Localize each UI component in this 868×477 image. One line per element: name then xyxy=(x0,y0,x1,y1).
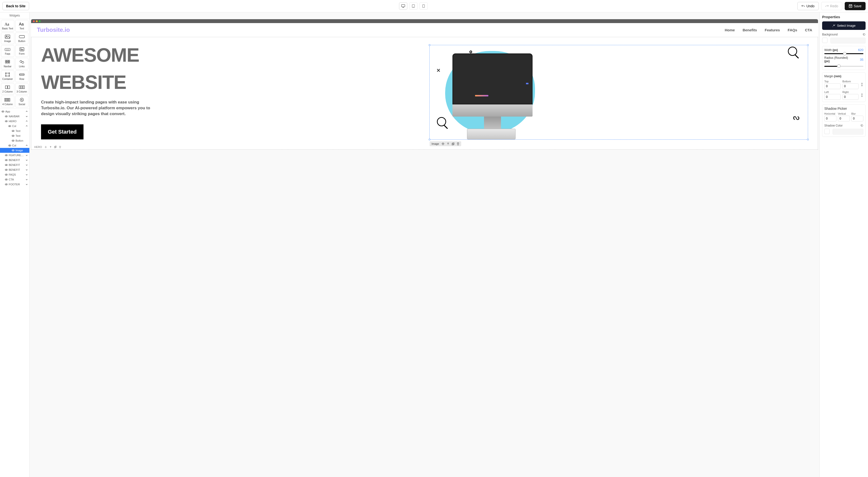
layer-row-hero[interactable]: HERO xyxy=(0,119,29,124)
move-icon[interactable] xyxy=(44,146,47,148)
hero-title-1[interactable]: AWESOME xyxy=(41,45,420,65)
nav-link-features[interactable]: Features xyxy=(765,28,780,32)
hero-title-2[interactable]: WEBSITE xyxy=(41,72,420,92)
layer-row-col[interactable]: Col xyxy=(0,124,29,128)
layer-row-image[interactable]: Image xyxy=(0,148,29,153)
up-icon[interactable] xyxy=(50,146,52,148)
background-swatch[interactable] xyxy=(822,38,828,43)
site-navbar[interactable]: Turbosite.io Home Benefits Features FAQs… xyxy=(31,23,818,37)
layer-row-button[interactable]: Button xyxy=(0,138,29,143)
widget-links[interactable]: Links xyxy=(15,58,29,69)
layer-row-navbar[interactable]: NAVBAR xyxy=(0,114,29,119)
eye-icon[interactable] xyxy=(5,115,8,118)
eye-icon[interactable] xyxy=(5,168,8,171)
chevron-down-icon[interactable] xyxy=(26,159,28,161)
layer-row-col[interactable]: Col xyxy=(0,143,29,148)
radius-slider[interactable] xyxy=(824,64,863,68)
shadow-color-swatch[interactable] xyxy=(824,129,830,134)
trash-icon[interactable] xyxy=(457,143,459,145)
device-mobile-button[interactable] xyxy=(420,2,428,10)
widget-text[interactable]: AaText xyxy=(15,20,29,32)
layer-row-faqs[interactable]: FAQS xyxy=(0,172,29,177)
nav-link-cta[interactable]: CTA xyxy=(805,28,812,32)
link-margin-icon[interactable] xyxy=(861,93,863,97)
resize-handle-br[interactable] xyxy=(807,139,809,140)
radius-input[interactable] xyxy=(853,58,863,61)
eye-icon[interactable] xyxy=(5,178,8,181)
layer-row-app[interactable]: App xyxy=(0,109,29,114)
nav-link-benefits[interactable]: Benefits xyxy=(743,28,757,32)
shadow-h-input[interactable] xyxy=(824,116,836,121)
chevron-down-icon[interactable] xyxy=(26,154,28,156)
layer-row-benefit[interactable]: BENEFIT xyxy=(0,158,29,162)
width-input[interactable] xyxy=(853,48,863,52)
eye-icon[interactable] xyxy=(5,158,8,161)
chevron-down-icon[interactable] xyxy=(26,173,28,176)
resize-handle-tr[interactable] xyxy=(807,44,809,46)
copy-icon[interactable] xyxy=(452,143,455,145)
hero-section[interactable]: AWESOME WEBSITE Create high-impact landi… xyxy=(31,37,818,150)
eye-icon[interactable] xyxy=(8,144,11,147)
selected-image[interactable]: ✕ ᔓ xyxy=(429,45,808,140)
chevron-up-icon[interactable] xyxy=(26,120,28,122)
layer-row-feature_lists[interactable]: FEATURE_LISTS xyxy=(0,153,29,158)
shadow-b-input[interactable] xyxy=(851,116,863,121)
layer-row-text[interactable]: Text xyxy=(0,133,29,138)
resize-handle-bl[interactable] xyxy=(429,139,430,140)
eye-icon[interactable] xyxy=(5,183,8,186)
redo-button[interactable]: Redo xyxy=(821,2,842,10)
move-icon[interactable] xyxy=(441,142,444,145)
undo-button[interactable]: Undo xyxy=(797,2,818,10)
chevron-down-icon[interactable] xyxy=(26,115,28,118)
widget-3column[interactable]: 3 Column xyxy=(15,83,29,95)
widget-row[interactable]: Row xyxy=(15,70,29,82)
widget-form[interactable]: Form xyxy=(15,45,29,57)
widget-4column[interactable]: 4 Column xyxy=(1,96,14,107)
chevron-up-icon[interactable] xyxy=(26,110,28,113)
widget-social[interactable]: Social xyxy=(15,96,29,107)
save-button[interactable]: Save xyxy=(845,2,866,10)
resize-handle-tl[interactable] xyxy=(429,44,430,46)
eye-icon[interactable] xyxy=(8,125,11,127)
device-tablet-button[interactable] xyxy=(409,2,417,10)
link-margin-icon[interactable] xyxy=(861,83,863,86)
widget-2column[interactable]: 2 Column xyxy=(1,83,14,95)
widget-button[interactable]: Button xyxy=(15,33,29,44)
hero-left-col[interactable]: AWESOME WEBSITE Create high-impact landi… xyxy=(41,45,420,140)
layer-row-footer[interactable]: FOOTER xyxy=(0,182,29,187)
layer-row-benefit[interactable]: BENEFIT xyxy=(0,162,29,167)
hero-cta-button[interactable]: Get Started xyxy=(41,124,84,140)
shadow-color-input[interactable] xyxy=(833,129,863,135)
margin-right-input[interactable] xyxy=(842,94,859,100)
shadow-v-input[interactable] xyxy=(838,116,850,121)
eye-icon[interactable] xyxy=(5,163,8,167)
background-input[interactable] xyxy=(830,38,866,43)
site-logo[interactable]: Turbosite.io xyxy=(37,27,70,33)
chevron-down-icon[interactable] xyxy=(26,164,28,166)
eye-icon[interactable] xyxy=(5,120,8,123)
chevron-up-icon[interactable] xyxy=(26,125,28,127)
widget-image[interactable]: Image xyxy=(1,33,14,44)
margin-top-input[interactable] xyxy=(824,83,841,89)
reset-icon[interactable] xyxy=(861,124,863,127)
widget-container[interactable]: Container xyxy=(1,70,14,82)
eye-icon[interactable] xyxy=(12,134,14,137)
widget-basic-text[interactable]: AaBasic Text xyxy=(1,20,14,32)
eye-icon[interactable] xyxy=(12,129,14,132)
copy-icon[interactable] xyxy=(54,146,57,148)
back-to-site-button[interactable]: Back to Site xyxy=(2,2,29,10)
device-desktop-button[interactable] xyxy=(399,2,407,10)
chevron-down-icon[interactable] xyxy=(26,178,28,181)
layer-row-cta[interactable]: CTA xyxy=(0,177,29,182)
eye-icon[interactable] xyxy=(12,149,14,152)
hero-right-col[interactable]: ✕ ᔓ xyxy=(429,45,808,140)
chevron-up-icon[interactable] xyxy=(26,144,28,147)
widget-navbar[interactable]: Navbar xyxy=(1,58,14,69)
hero-subtitle[interactable]: Create high-impact landing pages with ea… xyxy=(41,99,158,117)
chevron-down-icon[interactable] xyxy=(26,183,28,185)
trash-icon[interactable] xyxy=(59,146,61,148)
nav-link-home[interactable]: Home xyxy=(725,28,735,32)
reset-icon[interactable] xyxy=(863,33,866,36)
eye-icon[interactable] xyxy=(12,139,14,142)
eye-icon[interactable] xyxy=(1,110,4,113)
